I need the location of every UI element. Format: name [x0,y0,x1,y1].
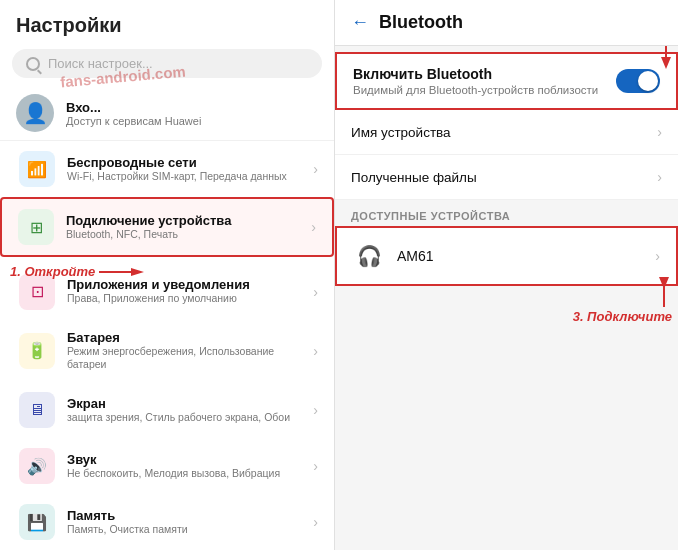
received-files-row[interactable]: Полученные файлы › [335,155,678,200]
device-name: AM61 [397,248,434,264]
user-name: Вхо... [66,100,201,115]
battery-label: Батарея [67,330,301,345]
sound-label: Звук [67,452,280,467]
device-name-label: Имя устройства [351,125,657,140]
display-sub: защита зрения, Стиль рабочего экрана, Об… [67,411,290,425]
sidebar-item-wifi[interactable]: 📶 Беспроводные сети Wi-Fi, Настройки SIM… [0,141,334,197]
left-panel: Настройки Поиск настроек... 👤 Вхо... Дос… [0,0,335,550]
bt-toggle-row: Включить Bluetooth Видимый для Bluetooth… [353,66,660,96]
right-panel: ← Bluetooth Включить Bluetooth Видимый д… [335,0,678,550]
device-text: Подключение устройства Bluetooth, NFC, П… [66,213,231,242]
right-content: Включить Bluetooth Видимый для Bluetooth… [335,46,678,550]
device-name-row[interactable]: Имя устройства › [335,110,678,155]
back-button[interactable]: ← [351,12,369,33]
bt-toggle-sub: Видимый для Bluetooth-устройств поблизос… [353,84,598,96]
sound-text: Звук Не беспокоить, Мелодия вызова, Вибр… [67,452,280,481]
annotation-enable-wrapper: 2. Включите [591,46,674,69]
device-icon: ⊞ [18,209,54,245]
memory-icon: 💾 [19,504,55,540]
battery-icon: 🔋 [19,333,55,369]
chevron-icon: › [313,514,318,530]
annotation-open-label: 1. Откройте [10,264,95,279]
chevron-icon: › [657,124,662,140]
chevron-icon: › [313,458,318,474]
sidebar-item-battery[interactable]: 🔋 Батарея Режим энергосбережения, Исполь… [0,320,334,382]
display-label: Экран [67,396,290,411]
open-arrow-icon [99,265,144,279]
sidebar-item-memory[interactable]: 💾 Память Память, Очистка памяти › [0,494,334,550]
wifi-icon: 📶 [19,151,55,187]
enable-arrow-icon [646,46,674,69]
apps-text: Приложения и уведомления Права, Приложен… [67,277,250,306]
memory-sub: Память, Очистка памяти [67,523,188,537]
svg-marker-3 [661,57,671,69]
sound-sub: Не беспокоить, Мелодия вызова, Вибрация [67,467,280,481]
annotation-connect-label: 3. Подключите [573,309,672,324]
page-title: Настройки [0,0,334,45]
connect-arrow-up-icon [644,277,672,309]
user-sub: Доступ к сервисам Huawei [66,115,201,127]
available-devices-header: ДОСТУПНЫЕ УСТРОЙСТВА [335,200,678,226]
chevron-icon: › [313,343,318,359]
wifi-sub: Wi-Fi, Настройки SIM-карт, Передача данн… [67,170,287,184]
apps-label: Приложения и уведомления [67,277,250,292]
apps-icon: ⊡ [19,274,55,310]
annotation-connect-wrapper: 3. Подключите [573,277,672,324]
headphone-icon: 🎧 [353,240,385,272]
annotation-open: 1. Откройте [10,264,144,279]
search-bar[interactable]: Поиск настроек... [12,49,322,78]
device-item-wrapper: ⊞ Подключение устройства Bluetooth, NFC,… [0,197,334,257]
sound-icon: 🔊 [19,448,55,484]
search-icon [26,57,40,71]
sidebar-item-display[interactable]: 🖥 Экран защита зрения, Стиль рабочего эк… [0,382,334,438]
avatar: 👤 [16,94,54,132]
chevron-icon: › [313,284,318,300]
chevron-icon: › [657,169,662,185]
sidebar-item-device[interactable]: ⊞ Подключение устройства Bluetooth, NFC,… [0,197,334,257]
user-info: Вхо... Доступ к сервисам Huawei [66,100,201,127]
chevron-icon: › [313,161,318,177]
bluetooth-toggle-wrapper: Включить Bluetooth Видимый для Bluetooth… [335,52,678,110]
received-files-label: Полученные файлы [351,170,657,185]
memory-label: Память [67,508,188,523]
wifi-label: Беспроводные сети [67,155,287,170]
chevron-icon: › [311,219,316,235]
wifi-text: Беспроводные сети Wi-Fi, Настройки SIM-к… [67,155,287,184]
bt-toggle-label: Включить Bluetooth [353,66,598,82]
sidebar-item-sound[interactable]: 🔊 Звук Не беспокоить, Мелодия вызова, Ви… [0,438,334,494]
bluetooth-toggle[interactable] [616,69,660,93]
user-row[interactable]: 👤 Вхо... Доступ к сервисам Huawei fans-a… [0,86,334,141]
battery-text: Батарея Режим энергосбережения, Использо… [67,330,301,372]
search-placeholder: Поиск настроек... [48,56,153,71]
chevron-icon: › [313,402,318,418]
svg-marker-1 [131,268,144,276]
chevron-icon: › [655,248,660,264]
device-row-wrapper: 🎧 AM61 › 3. Подключите [335,226,678,286]
bt-toggle-text: Включить Bluetooth Видимый для Bluetooth… [353,66,598,96]
device-label: Подключение устройства [66,213,231,228]
right-title: Bluetooth [379,12,463,33]
battery-sub: Режим энергосбережения, Использование ба… [67,345,301,372]
device-sub: Bluetooth, NFC, Печать [66,228,231,242]
apps-sub: Права, Приложения по умолчанию [67,292,250,306]
display-text: Экран защита зрения, Стиль рабочего экра… [67,396,290,425]
right-header: ← Bluetooth [335,0,678,46]
display-icon: 🖥 [19,392,55,428]
memory-text: Память Память, Очистка памяти [67,508,188,537]
